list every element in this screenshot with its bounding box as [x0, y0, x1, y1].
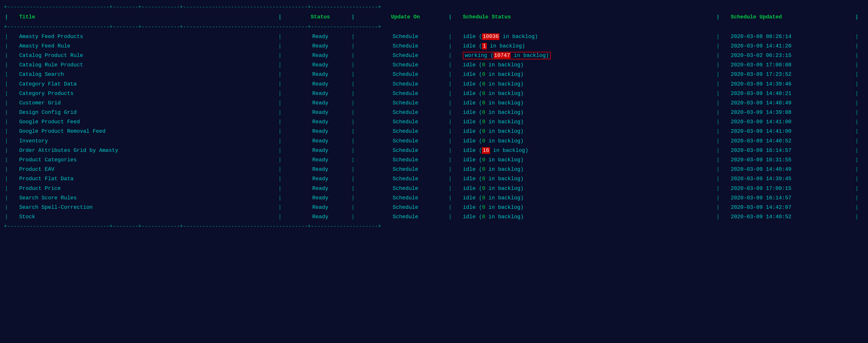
row-schedule-status: idle (0 in backlog)	[460, 108, 715, 117]
row-schedule-status: idle (16 in backlog)	[460, 146, 715, 155]
pipe: |	[4, 12, 17, 22]
table-row: | Search Score Rules | Ready | Schedule …	[4, 193, 864, 203]
pipe: |	[715, 12, 728, 22]
row-status: Ready	[290, 212, 350, 222]
pipe: |	[715, 165, 728, 174]
pipe: |	[854, 80, 864, 89]
pipe: |	[4, 108, 17, 117]
pipe: |	[4, 70, 17, 79]
row-update: Schedule	[363, 174, 447, 184]
row-status: Ready	[290, 184, 350, 193]
row-title: Category Flat Data	[17, 80, 277, 89]
row-status: Ready	[290, 98, 350, 108]
pipe: |	[350, 51, 363, 60]
pipe: |	[854, 212, 864, 222]
pipe: |	[277, 80, 290, 89]
pipe: |	[4, 146, 17, 155]
terminal-container: +--------------------------------+------…	[0, 0, 868, 343]
row-schedule-updated: 2020-03-09 14:48:49	[728, 98, 854, 108]
row-update: Schedule	[363, 127, 447, 136]
row-schedule-updated: 2020-03-09 17:00:15	[728, 184, 854, 193]
row-update: Schedule	[363, 203, 447, 212]
pipe: |	[854, 108, 864, 117]
pipe: |	[350, 212, 363, 222]
pipe: |	[447, 80, 460, 89]
pipe: |	[4, 155, 17, 165]
row-update: Schedule	[363, 70, 447, 79]
pipe: |	[447, 60, 460, 70]
pipe: |	[854, 70, 864, 79]
pipe: |	[277, 12, 290, 22]
pipe: |	[277, 193, 290, 203]
table-row: | Amasty Feed Rule | Ready | Schedule | …	[4, 41, 864, 51]
pipe: |	[854, 98, 864, 108]
row-update: Schedule	[363, 41, 447, 51]
top-divider: +--------------------------------+------…	[4, 2, 864, 12]
row-schedule-status: idle (0 in backlog)	[460, 98, 715, 108]
pipe: |	[350, 98, 363, 108]
row-schedule-updated: 2020-03-09 17:00:08	[728, 60, 854, 70]
row-status: Ready	[290, 80, 350, 89]
row-title: Search Spell-Correction	[17, 203, 277, 212]
pipe: |	[715, 51, 728, 60]
pipe: |	[277, 60, 290, 70]
row-title: Catalog Product Rule	[17, 51, 277, 60]
table-row: | Product Flat Data | Ready | Schedule |…	[4, 174, 864, 184]
row-schedule-status: idle (0 in backlog)	[460, 203, 715, 212]
pipe: |	[350, 12, 363, 22]
pipe: |	[854, 117, 864, 127]
pipe: |	[4, 184, 17, 193]
pipe: |	[350, 203, 363, 212]
row-update: Schedule	[363, 193, 447, 203]
pipe: |	[350, 70, 363, 79]
row-status: Ready	[290, 89, 350, 98]
pipe: |	[4, 41, 17, 51]
pipe: |	[854, 165, 864, 174]
row-schedule-updated: 2020-03-09 14:39:45	[728, 174, 854, 184]
pipe: |	[854, 32, 864, 41]
row-schedule-updated: 2020-03-09 16:14:57	[728, 146, 854, 155]
row-title: Order Attributes Grid by Amasty	[17, 146, 277, 155]
header-updated: Schedule Updated	[728, 12, 854, 22]
row-status: Ready	[290, 117, 350, 127]
row-update: Schedule	[363, 155, 447, 165]
pipe: |	[277, 41, 290, 51]
row-schedule-updated: 2020-03-09 14:41:00	[728, 117, 854, 127]
row-schedule-status: idle (0 in backlog)	[460, 155, 715, 165]
pipe: |	[4, 212, 17, 222]
row-schedule-status: idle (0 in backlog)	[460, 89, 715, 98]
bottom-divider: +--------------------------------+------…	[4, 222, 864, 231]
row-schedule-updated: 2020-03-09 14:40:21	[728, 89, 854, 98]
pipe: |	[4, 32, 17, 41]
row-update: Schedule	[363, 146, 447, 155]
pipe: |	[447, 117, 460, 127]
table-row: | Product EAV | Ready | Schedule | idle …	[4, 165, 864, 174]
pipe: |	[854, 203, 864, 212]
row-status: Ready	[290, 70, 350, 79]
pipe: |	[715, 146, 728, 155]
row-schedule-updated: 2020-03-09 14:42:07	[728, 203, 854, 212]
row-status: Ready	[290, 51, 350, 60]
pipe: |	[350, 127, 363, 136]
row-schedule-status: idle (1 in backlog)	[460, 41, 715, 51]
pipe: |	[447, 212, 460, 222]
pipe: |	[447, 165, 460, 174]
row-title: Catalog Search	[17, 70, 277, 79]
row-schedule-updated: 2020-03-09 17:23:52	[728, 70, 854, 79]
pipe: |	[4, 60, 17, 70]
pipe: |	[447, 89, 460, 98]
row-title: Amasty Feed Products	[17, 32, 277, 41]
table-container: +--------------------------------+------…	[4, 2, 864, 231]
row-schedule-status: idle (0 in backlog)	[460, 127, 715, 136]
row-status: Ready	[290, 155, 350, 165]
row-schedule-status: idle (0 in backlog)	[460, 193, 715, 203]
pipe: |	[277, 212, 290, 222]
pipe: |	[277, 146, 290, 155]
pipe: |	[350, 117, 363, 127]
row-schedule-status: idle (0 in backlog)	[460, 117, 715, 127]
row-title: Category Products	[17, 89, 277, 98]
row-schedule-status: working (10747 in backlog)	[460, 51, 715, 60]
pipe: |	[715, 98, 728, 108]
pipe: |	[447, 155, 460, 165]
pipe: |	[4, 117, 17, 127]
